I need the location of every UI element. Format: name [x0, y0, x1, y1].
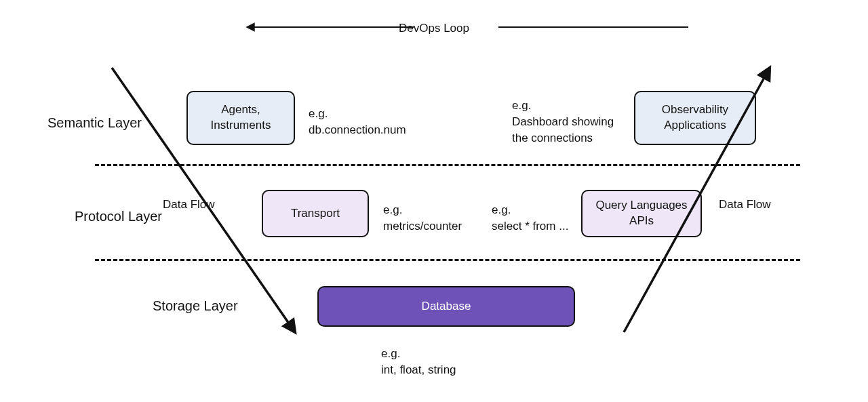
box-query-languages: Query Languages APIs [581, 190, 702, 237]
layer-semantic-label: Semantic Layer [47, 115, 142, 131]
layer-storage-label: Storage Layer [153, 298, 238, 314]
example-observability: e.g. Dashboard showing the connections [512, 98, 614, 146]
box-database: Database [317, 286, 575, 327]
diagram-stage: DevOps Loop Semantic Layer Protocol Laye… [0, 0, 868, 402]
divider-protocol-storage [95, 259, 800, 261]
data-flow-right-label: Data Flow [719, 197, 771, 213]
devops-loop-label: DevOps Loop [399, 20, 469, 37]
example-agents: e.g. db.connection.num [309, 106, 406, 138]
box-observability: Observability Applications [634, 91, 756, 145]
data-flow-left-label: Data Flow [163, 197, 215, 213]
layer-protocol-label: Protocol Layer [75, 209, 162, 224]
box-transport: Transport [262, 190, 369, 237]
example-storage: e.g. int, float, string [381, 346, 456, 378]
box-agents: Agents, Instruments [186, 91, 295, 145]
divider-semantic-protocol [95, 164, 800, 166]
example-transport: e.g. metrics/counter [383, 202, 462, 235]
example-query: e.g. select * from ... [492, 202, 568, 235]
